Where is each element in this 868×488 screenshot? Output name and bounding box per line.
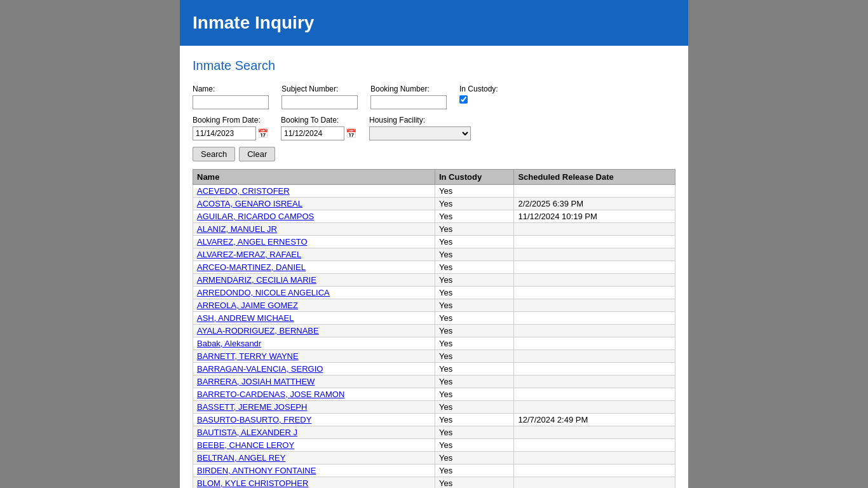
release-cell (514, 299, 675, 312)
table-row: Babak, AleksandrYes (193, 337, 675, 350)
table-row: ARREOLA, JAIME GOMEZYes (193, 299, 675, 312)
booking-to-label: Booking To Date: (281, 116, 356, 125)
table-row: ARCEO-MARTINEZ, DANIELYes (193, 261, 675, 274)
table-row: ACOSTA, GENARO ISREALYes2/2/2025 6:39 PM (193, 198, 675, 210)
name-input[interactable] (193, 95, 269, 109)
custody-cell: Yes (435, 452, 513, 464)
inmate-name-cell: Babak, Aleksandr (193, 337, 435, 350)
search-button[interactable]: Search (193, 147, 235, 161)
inmate-link[interactable]: AYALA-RODRIGUEZ, BERNABE (197, 326, 319, 336)
booking-label: Booking Number: (370, 85, 447, 93)
booking-from-input[interactable] (193, 126, 256, 140)
inmate-name-cell: BEEBE, CHANCE LEROY (193, 439, 435, 452)
inmate-name-cell: ACOSTA, GENARO ISREAL (193, 198, 435, 210)
name-label: Name: (193, 85, 269, 93)
release-cell (514, 223, 675, 236)
inmate-link[interactable]: BASURTO-BASURTO, FREDY (197, 415, 311, 424)
inmate-link[interactable]: ARCEO-MARTINEZ, DANIEL (197, 262, 306, 272)
table-row: ALVAREZ, ANGEL ERNESTOYes (193, 236, 675, 248)
app-title: Inmate Inquiry (193, 13, 675, 33)
subject-label: Subject Number: (281, 85, 358, 93)
release-cell (514, 274, 675, 287)
booking-to-input[interactable] (281, 126, 344, 140)
release-cell (514, 325, 675, 337)
custody-cell: Yes (435, 350, 513, 363)
booking-input[interactable] (370, 95, 447, 109)
release-cell (514, 426, 675, 439)
release-cell (514, 337, 675, 350)
inmate-name-cell: ALANIZ, MANUEL JR (193, 223, 435, 236)
custody-cell: Yes (435, 337, 513, 350)
release-cell (514, 376, 675, 388)
table-row: ALVAREZ-MERAZ, RAFAELYes (193, 248, 675, 261)
inmate-link[interactable]: BAUTISTA, ALEXANDER J (197, 428, 297, 437)
inmate-link[interactable]: ARMENDARIZ, CECILIA MARIE (197, 275, 316, 285)
inmate-link[interactable]: BEEBE, CHANCE LEROY (197, 440, 294, 450)
custody-cell: Yes (435, 363, 513, 376)
custody-cell: Yes (435, 388, 513, 401)
release-cell (514, 452, 675, 464)
inmate-name-cell: ARCEO-MARTINEZ, DANIEL (193, 261, 435, 274)
custody-cell: Yes (435, 299, 513, 312)
inmate-link[interactable]: BASSETT, JEREME JOSEPH (197, 402, 307, 412)
inmate-name-cell: BAUTISTA, ALEXANDER J (193, 426, 435, 439)
release-cell (514, 287, 675, 299)
inmate-name-cell: BASURTO-BASURTO, FREDY (193, 414, 435, 426)
table-row: BASSETT, JEREME JOSEPHYes (193, 401, 675, 414)
inmate-name-cell: ALVAREZ, ANGEL ERNESTO (193, 236, 435, 248)
inmate-link[interactable]: BARNETT, TERRY WAYNE (197, 351, 299, 361)
table-row: BIRDEN, ANTHONY FONTAINEYes (193, 464, 675, 477)
release-cell: 2/2/2025 6:39 PM (514, 198, 675, 210)
subject-input[interactable] (281, 95, 358, 109)
inmate-link[interactable]: ACEVEDO, CRISTOFER (197, 186, 290, 196)
col-custody: In Custody (435, 170, 513, 185)
custody-cell: Yes (435, 401, 513, 414)
inmate-link[interactable]: ALANIZ, MANUEL JR (197, 224, 277, 234)
inmate-link[interactable]: ALVAREZ, ANGEL ERNESTO (197, 237, 308, 247)
custody-cell: Yes (435, 185, 513, 198)
custody-cell: Yes (435, 198, 513, 210)
calendar-from-icon[interactable]: 📅 (257, 128, 268, 139)
inmate-link[interactable]: BELTRAN, ANGEL REY (197, 453, 285, 463)
table-row: BARRAGAN-VALENCIA, SERGIOYes (193, 363, 675, 376)
calendar-to-icon[interactable]: 📅 (346, 128, 356, 139)
inmate-link[interactable]: BARRETO-CARDENAS, JOSE RAMON (197, 390, 344, 399)
custody-cell: Yes (435, 287, 513, 299)
table-row: BELTRAN, ANGEL REYYes (193, 452, 675, 464)
col-release: Scheduled Release Date (514, 170, 675, 185)
inmate-name-cell: BIRDEN, ANTHONY FONTAINE (193, 464, 435, 477)
inmate-name-cell: ARREDONDO, NICOLE ANGELICA (193, 287, 435, 299)
inmate-link[interactable]: BARRAGAN-VALENCIA, SERGIO (197, 364, 323, 374)
inmate-link[interactable]: BARRERA, JOSIAH MATTHEW (197, 377, 315, 386)
inmate-link[interactable]: BIRDEN, ANTHONY FONTAINE (197, 466, 316, 475)
inmate-link[interactable]: ALVAREZ-MERAZ, RAFAEL (197, 250, 301, 259)
table-row: BARRERA, JOSIAH MATTHEWYes (193, 376, 675, 388)
release-cell (514, 401, 675, 414)
custody-cell: Yes (435, 325, 513, 337)
table-row: ASH, ANDREW MICHAELYes (193, 312, 675, 325)
col-name: Name (193, 170, 435, 185)
custody-checkbox[interactable] (459, 95, 468, 104)
inmate-link[interactable]: AGUILAR, RICARDO CAMPOS (197, 212, 314, 221)
table-row: BLOM, KYLE CHRISTOPHERYes (193, 477, 675, 489)
custody-cell: Yes (435, 274, 513, 287)
table-row: BEEBE, CHANCE LEROYYes (193, 439, 675, 452)
custody-cell: Yes (435, 464, 513, 477)
results-table: Name In Custody Scheduled Release Date A… (193, 169, 675, 488)
custody-cell: Yes (435, 426, 513, 439)
inmate-link[interactable]: ARREOLA, JAIME GOMEZ (197, 301, 298, 310)
clear-button[interactable]: Clear (239, 147, 275, 161)
release-cell: 12/7/2024 2:49 PM (514, 414, 675, 426)
housing-select[interactable] (369, 126, 471, 140)
release-cell (514, 363, 675, 376)
inmate-name-cell: ARREOLA, JAIME GOMEZ (193, 299, 435, 312)
inmate-link[interactable]: Babak, Aleksandr (197, 339, 261, 348)
custody-cell: Yes (435, 312, 513, 325)
inmate-link[interactable]: ARREDONDO, NICOLE ANGELICA (197, 288, 330, 297)
table-row: ARMENDARIZ, CECILIA MARIEYes (193, 274, 675, 287)
inmate-name-cell: BARRETO-CARDENAS, JOSE RAMON (193, 388, 435, 401)
page-title: Inmate Search (193, 58, 675, 73)
inmate-link[interactable]: ACOSTA, GENARO ISREAL (197, 199, 302, 208)
inmate-link[interactable]: ASH, ANDREW MICHAEL (197, 313, 294, 323)
inmate-link[interactable]: BLOM, KYLE CHRISTOPHER (197, 478, 308, 488)
